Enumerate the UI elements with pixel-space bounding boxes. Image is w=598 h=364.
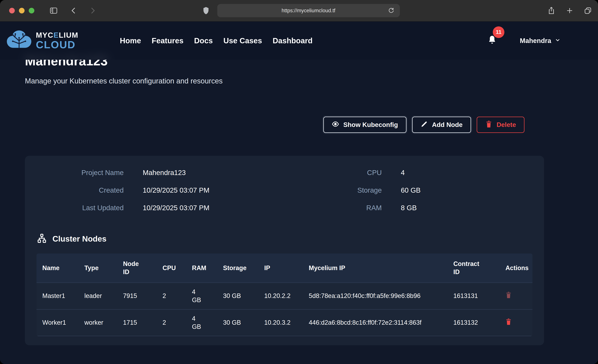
project-name-value: Mahendra123 (143, 169, 310, 177)
brand-name: MYCELIUM CLOUD (36, 31, 78, 50)
trash-icon (485, 120, 492, 129)
col-type: Type (78, 254, 117, 283)
col-ram: RAM (186, 254, 217, 283)
window-controls (9, 8, 34, 13)
col-ip: IP (258, 254, 303, 283)
col-actions: Actions (499, 254, 532, 283)
new-tab-icon[interactable] (565, 6, 574, 15)
cell-mycelium-ip: 446:d2a6:8bcd:8c16:ff0f:72e2:3114:863f (303, 309, 448, 336)
cell-mycelium-ip: 5d8:78ea:a120:f40c:ff0f:a5fe:99e6:8b96 (303, 283, 448, 309)
page-subtitle: Manage your Kubernetes cluster configura… (25, 77, 544, 85)
notification-badge: 11 (493, 26, 504, 38)
nav-item-features[interactable]: Features (152, 36, 183, 45)
sidebar-toggle-icon[interactable] (49, 6, 58, 15)
cell-contract-id: 1613132 (448, 309, 499, 336)
table-row: Master1 leader 7915 2 4 GB 30 GB 10.20.2… (36, 283, 532, 309)
cell-ip: 10.20.3.2 (258, 309, 303, 336)
cell-actions (499, 283, 532, 309)
close-window-button[interactable] (9, 8, 15, 13)
nav-item-home[interactable]: Home (120, 36, 141, 45)
cell-ram: 4 GB (186, 283, 217, 309)
ram-value: 8 GB (390, 204, 532, 212)
cell-actions (499, 309, 532, 336)
mycelium-cloud-logo-icon (5, 28, 33, 53)
cpu-value: 4 (390, 169, 532, 177)
cluster-nodes-table: Name Type Node ID CPU RAM Storage IP Myc… (36, 254, 532, 336)
browser-window: https://myceliumcloud.tf (0, 0, 598, 364)
cell-node-id: 7915 (117, 283, 157, 309)
zoom-window-button[interactable] (29, 8, 34, 13)
cell-ram: 4 GB (186, 309, 217, 336)
eye-icon (332, 120, 339, 129)
created-label: Created (36, 186, 143, 194)
cell-cpu: 2 (157, 283, 186, 309)
col-name: Name (36, 254, 78, 283)
storage-value: 60 GB (390, 186, 532, 194)
col-contract-id: Contract ID (448, 254, 499, 283)
tab-overview-icon[interactable] (584, 6, 592, 15)
privacy-shield-icon[interactable] (202, 6, 210, 15)
cell-name: Worker1 (36, 309, 78, 336)
delete-cluster-button[interactable]: Delete (477, 117, 524, 133)
cell-storage: 30 GB (217, 283, 258, 309)
cell-node-id: 1715 (117, 309, 157, 336)
minimize-window-button[interactable] (19, 8, 25, 13)
cluster-detail-main: Mahendra123 Manage your Kubernetes clust… (0, 22, 598, 345)
table-row: Worker1 worker 1715 2 4 GB 30 GB 10.20.3… (36, 309, 532, 336)
user-name: Mahendra (520, 37, 551, 44)
share-icon[interactable] (547, 6, 556, 15)
cell-type: worker (78, 309, 117, 336)
nav-item-dashboard[interactable]: Dashboard (273, 36, 313, 45)
project-name-label: Project Name (36, 169, 143, 177)
add-node-button[interactable]: Add Node (412, 117, 471, 133)
site-header: MYCELIUM CLOUD Home Features Docs Use Ca… (0, 22, 598, 60)
chevron-down-icon (555, 37, 560, 44)
browser-toolbar: https://myceliumcloud.tf (0, 0, 598, 22)
back-icon[interactable] (70, 6, 78, 15)
show-kubeconfig-button[interactable]: Show Kubeconfig (323, 117, 406, 133)
col-node-id: Node ID (117, 254, 157, 283)
cell-storage: 30 GB (217, 309, 258, 336)
last-updated-label: Last Updated (36, 204, 143, 212)
cluster-nodes-icon (36, 233, 47, 244)
nav-item-use-cases[interactable]: Use Cases (223, 36, 262, 45)
user-menu[interactable]: Mahendra (519, 37, 562, 45)
bell-icon (487, 44, 497, 46)
forward-icon[interactable] (88, 6, 97, 15)
delete-node-button[interactable] (505, 318, 512, 326)
pencil-icon (421, 120, 428, 129)
cell-cpu: 2 (157, 309, 186, 336)
col-mycelium-ip: Mycelium IP (303, 254, 448, 283)
main-nav: Home Features Docs Use Cases Dashboard (120, 36, 313, 45)
col-cpu: CPU (157, 254, 186, 283)
ram-label: RAM (310, 204, 390, 212)
col-storage: Storage (217, 254, 258, 283)
reload-icon[interactable] (387, 7, 396, 15)
cluster-nodes-heading: Cluster Nodes (36, 233, 532, 244)
cpu-label: CPU (310, 169, 390, 177)
created-value: 10/29/2025 03:07 PM (143, 186, 310, 194)
cluster-actions: Show Kubeconfig Add Node (25, 117, 524, 133)
delete-node-button[interactable] (505, 291, 512, 299)
url-text: https://myceliumcloud.tf (282, 8, 335, 14)
cluster-info-card: Project Name Mahendra123 CPU 4 Created 1… (25, 156, 544, 345)
webpage: MYCELIUM CLOUD Home Features Docs Use Ca… (0, 22, 598, 364)
table-header-row: Name Type Node ID CPU RAM Storage IP Myc… (36, 254, 532, 283)
brand-logo[interactable]: MYCELIUM CLOUD (5, 28, 78, 53)
address-bar[interactable]: https://myceliumcloud.tf (217, 4, 400, 17)
cell-contract-id: 1613131 (448, 283, 499, 309)
cluster-info-grid: Project Name Mahendra123 CPU 4 Created 1… (36, 169, 532, 212)
cell-type: leader (78, 283, 117, 309)
trash-icon (505, 318, 512, 326)
cell-ip: 10.20.2.2 (258, 283, 303, 309)
trash-icon (505, 291, 512, 299)
nav-item-docs[interactable]: Docs (194, 36, 213, 45)
storage-label: Storage (310, 186, 390, 194)
cell-name: Master1 (36, 283, 78, 309)
last-updated-value: 10/29/2025 03:07 PM (143, 204, 310, 212)
notifications-button[interactable]: 11 (486, 35, 498, 46)
